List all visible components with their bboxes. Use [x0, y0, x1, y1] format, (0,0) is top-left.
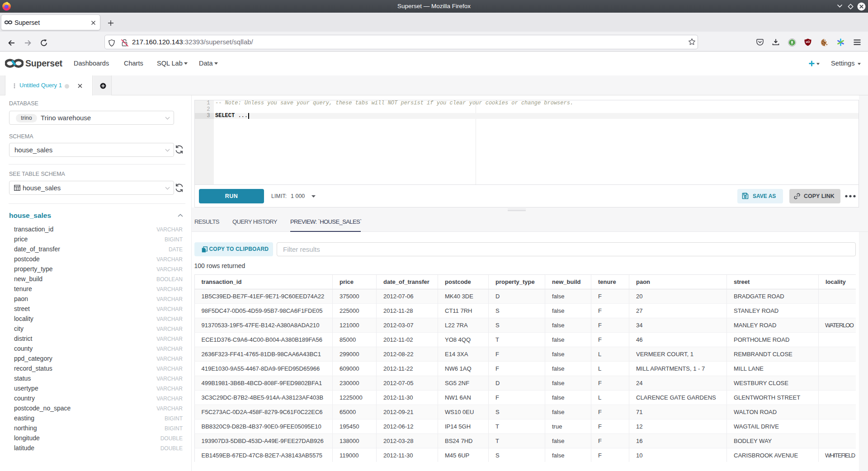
- svg-text:uO: uO: [806, 40, 810, 43]
